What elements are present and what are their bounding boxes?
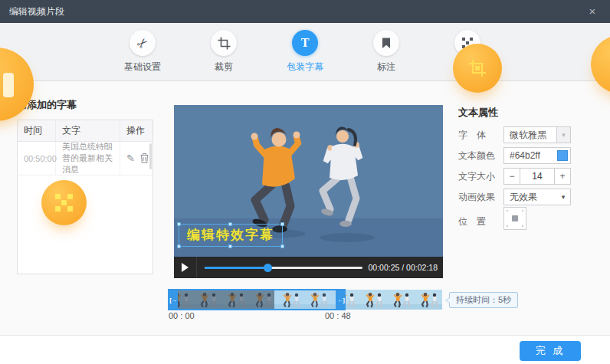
orange-badge-crop (453, 44, 502, 93)
color-row: 文本颜色 #64b2ff (458, 147, 605, 164)
subtitle-time: 00:50:00 (18, 142, 56, 175)
font-value: 微软雅黑 (504, 129, 556, 142)
table-row[interactable]: 00:50:00 美国总统特朗普的最新相关消息 ✎ (18, 142, 152, 175)
column-header-text: 文字 (56, 120, 120, 141)
timeline-selection[interactable]: [→ ←] (168, 289, 346, 310)
tool-label: 包装字幕 (287, 61, 323, 74)
tool-annotation[interactable]: 标注 (362, 30, 410, 74)
bookmark-icon (382, 38, 391, 49)
size-label: 文字大小 (458, 170, 498, 183)
orange-badge-mosaic (41, 180, 87, 225)
tools-toolbar: ✂ 基础设置 裁剪 T 包装字幕 标注 马赛克 (0, 23, 610, 81)
dialog-titlebar: 编辑视频片段 × (0, 0, 610, 23)
size-row: 文字大小 − 14 + (458, 168, 605, 185)
position-label: 位 置 (458, 215, 498, 228)
tool-subtitle[interactable]: T 包装字幕 (281, 30, 329, 74)
font-label: 字 体 (458, 129, 498, 142)
video-screen[interactable]: 编辑特效字幕 (174, 105, 443, 257)
size-stepper: − 14 + (503, 168, 571, 185)
tool-label: 裁剪 (215, 61, 233, 74)
play-icon (182, 263, 189, 272)
font-row: 字 体 微软雅黑 ▾ (458, 126, 605, 143)
subtitle-overlay-text: 编辑特效字幕 (187, 228, 274, 242)
done-button[interactable]: 完 成 (520, 341, 581, 361)
properties-title: 文本属性 (458, 106, 498, 120)
timeline-start-time: 00 : 00 (169, 311, 195, 320)
progress-bar[interactable] (205, 264, 362, 271)
animation-label: 动画效果 (458, 191, 498, 204)
delete-icon[interactable] (140, 153, 149, 163)
color-swatch[interactable] (557, 150, 568, 161)
crop-icon (218, 37, 231, 50)
resize-handle[interactable] (228, 222, 232, 226)
resize-handle[interactable] (228, 244, 232, 248)
player-controls: 00:00:25 / 00:02:18 (174, 257, 443, 278)
color-label: 文本颜色 (458, 149, 498, 162)
font-select[interactable]: 微软雅黑 ▾ (503, 126, 571, 143)
tool-label: 基础设置 (124, 61, 161, 74)
column-header-time: 时间 (18, 120, 56, 141)
resize-handle[interactable] (280, 244, 284, 248)
column-header-ops: 操作 (120, 120, 152, 141)
rounded-rect-icon (3, 73, 14, 97)
table-scrollbar[interactable] (149, 143, 152, 169)
time-display: 00:00:25 / 00:02:18 (369, 263, 438, 272)
color-input[interactable]: #64b2ff (503, 147, 571, 164)
mosaic-icon (55, 194, 73, 212)
resize-handle[interactable] (177, 244, 181, 248)
chevron-down-icon[interactable]: ▾ (556, 127, 570, 143)
progress-knob[interactable] (264, 264, 272, 272)
minus-button[interactable]: − (503, 168, 520, 185)
subtitle-table-header: 时间 文字 操作 (18, 120, 152, 142)
play-button[interactable] (174, 257, 197, 278)
resize-handle[interactable] (177, 222, 181, 226)
position-center-icon (512, 215, 518, 221)
scissors-icon: ✂ (133, 34, 152, 53)
trim-handle-right[interactable]: ←] (336, 289, 346, 310)
resize-handle[interactable] (280, 222, 284, 226)
text-icon: T (301, 36, 310, 50)
chevron-down-icon: ▾ (556, 193, 570, 201)
animation-select[interactable]: 无效果 ▾ (503, 189, 571, 205)
duration-tooltip: 持续时间：5秒 (449, 292, 518, 308)
color-value: #64b2ff (504, 150, 557, 161)
tool-label: 标注 (377, 61, 395, 74)
edit-icon[interactable]: ✎ (126, 152, 135, 164)
crop-icon (468, 59, 487, 77)
tool-basic-settings[interactable]: ✂ 基础设置 (119, 30, 166, 74)
animation-value: 无效果 (504, 191, 556, 204)
position-row: 位 置 (458, 213, 605, 230)
tool-crop[interactable]: 裁剪 (200, 30, 248, 74)
footer-bar: 完 成 (0, 335, 610, 364)
size-value: 14 (520, 168, 554, 185)
subtitle-text: 美国总统特朗普的最新相关消息 (56, 142, 120, 175)
plus-button[interactable]: + (554, 168, 571, 185)
video-player: 编辑特效字幕 00:00:25 / 00:02:18 (174, 105, 443, 278)
timeline-end-time: 00 : 48 (325, 311, 351, 320)
trim-handle-left[interactable]: [→ (168, 289, 178, 310)
dialog-title: 编辑视频片段 (9, 5, 64, 18)
close-icon[interactable]: × (581, 0, 604, 23)
position-picker-button[interactable] (503, 207, 526, 230)
animation-row: 动画效果 无效果 ▾ (458, 189, 605, 205)
subtitle-overlay-box[interactable]: 编辑特效字幕 (179, 224, 283, 247)
